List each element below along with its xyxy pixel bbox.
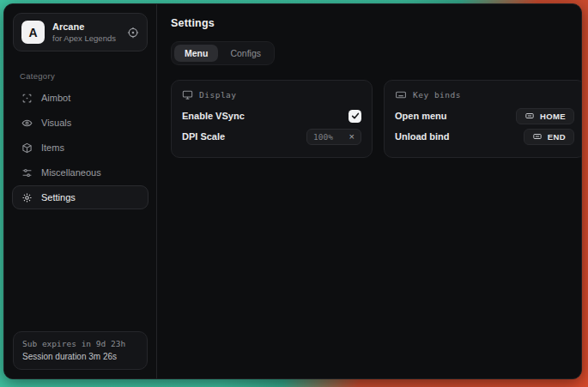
gear-icon [21, 192, 33, 203]
unload-bind-label: Unload bind [395, 131, 450, 142]
keyboard-icon [524, 112, 535, 120]
app-logo: A [21, 21, 45, 44]
sidebar: A Arcane for Apex Legends Category [4, 4, 157, 378]
keybinds-card-header: Key binds [395, 89, 574, 100]
sidebar-item-items[interactable]: Items [12, 136, 149, 160]
app-subtitle: for Apex Legends [52, 33, 116, 43]
main-content: Settings Menu Configs Display [157, 4, 582, 378]
unload-keybind[interactable]: END [524, 129, 574, 145]
session-duration-text: Session duration 3m 26s [22, 352, 138, 361]
sidebar-item-aimbot[interactable]: Aimbot [12, 86, 149, 110]
target-icon[interactable] [127, 27, 139, 39]
keybind-value: END [548, 132, 566, 142]
page-title: Settings [171, 17, 582, 29]
sidebar-item-label: Aimbot [41, 93, 70, 103]
clear-icon[interactable]: × [349, 132, 355, 142]
sub-expiry-text: Sub expires in 9d 23h [22, 339, 138, 348]
vsync-checkbox[interactable] [349, 110, 361, 123]
tab-menu[interactable]: Menu [174, 45, 218, 62]
sidebar-item-miscellaneous[interactable]: Miscellaneous [12, 160, 149, 184]
profile-card[interactable]: A Arcane for Apex Legends [13, 13, 148, 51]
app-window: A Arcane for Apex Legends Category [3, 3, 582, 379]
tab-bar: Menu Configs [171, 41, 275, 65]
keybinds-card-title: Key binds [413, 90, 461, 100]
keybinds-card: Key binds Open menu HOME Unload bin [384, 80, 582, 158]
monitor-icon [182, 89, 193, 100]
sidebar-item-label: Settings [41, 192, 76, 203]
display-card-title: Display [199, 90, 237, 100]
keyboard-icon [395, 89, 407, 100]
box-icon [21, 142, 33, 154]
vsync-label: Enable VSync [182, 111, 245, 121]
app-name: Arcane [52, 21, 116, 32]
sidebar-item-label: Miscellaneous [41, 167, 101, 178]
keyboard-icon [532, 132, 543, 141]
eye-icon [21, 118, 33, 129]
display-card-header: Display [182, 89, 361, 100]
open-menu-label: Open menu [395, 111, 447, 121]
sidebar-item-label: Items [41, 142, 64, 153]
sidebar-item-visuals[interactable]: Visuals [12, 111, 149, 135]
sidebar-spacer [4, 209, 156, 323]
unload-bind-row: Unload bind END [395, 126, 574, 147]
subscription-panel: Sub expires in 9d 23h Session duration 3… [13, 331, 148, 370]
sidebar-item-label: Visuals [41, 118, 71, 128]
sidebar-item-settings[interactable]: Settings [12, 185, 149, 209]
sidebar-nav: Aimbot Visuals Items [4, 86, 156, 209]
dpi-scale-input[interactable]: 100% × [306, 129, 361, 145]
open-menu-keybind[interactable]: HOME [516, 108, 574, 124]
keybind-value: HOME [540, 112, 566, 121]
tab-configs[interactable]: Configs [220, 45, 271, 62]
category-label: Category [20, 71, 141, 81]
profile-text: Arcane for Apex Legends [52, 21, 116, 43]
sliders-icon [21, 167, 33, 178]
dpi-row: DPI Scale 100% × [182, 126, 361, 147]
crosshair-icon [21, 93, 33, 104]
open-menu-row: Open menu HOME [395, 106, 574, 126]
dpi-value: 100% [313, 132, 333, 142]
dpi-label: DPI Scale [182, 131, 225, 142]
display-card: Display Enable VSync DPI Scale 100% × [171, 80, 373, 158]
vsync-row: Enable VSync [182, 106, 361, 126]
settings-cards: Display Enable VSync DPI Scale 100% × [171, 80, 582, 158]
